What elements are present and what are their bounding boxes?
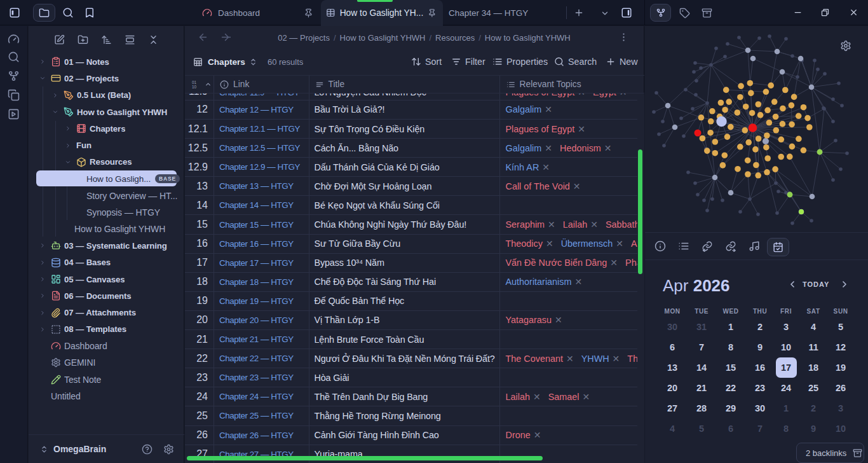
svg-text:01: 01 xyxy=(192,80,197,85)
svg-text:10: 10 xyxy=(192,85,197,89)
